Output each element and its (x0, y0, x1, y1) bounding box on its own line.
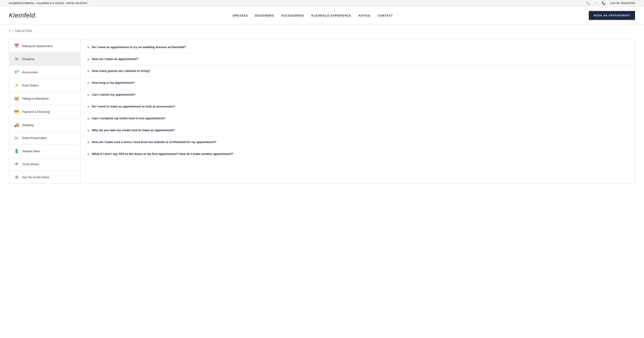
basket-icon: 🧺 (14, 96, 19, 101)
shopping-icon: 🛍 (14, 57, 19, 61)
sidebar-label-fittings: Fittings & Alterations (22, 97, 49, 100)
faq-plus-icon-8: ✦ (87, 129, 90, 133)
hotel-link[interactable]: HOTEL BLOCKS (66, 2, 87, 5)
faq-plus-icon-2: ✦ (87, 57, 90, 62)
nav-designers[interactable]: DESIGNERS (255, 14, 274, 17)
faq-text-2: How do I make an appointment? (92, 57, 138, 61)
faq-plus-icon-3: ✦ (87, 69, 90, 73)
sidebar-label-making-appointment: Making an Appointment (22, 44, 52, 48)
sidebar-item-fittings[interactable]: 🧺 Fittings & Alterations (9, 92, 80, 105)
faq-plus-icon-7: ✦ (87, 117, 90, 121)
sidebar-item-payment[interactable]: 💳 Payment & Financing (9, 105, 80, 118)
faq-plus-icon-6: ✦ (87, 105, 90, 109)
sidebar-item-shipping[interactable]: 🚚 Shipping (9, 118, 80, 132)
heart-icon[interactable]: ♡ (594, 1, 597, 5)
faq-text-7: Can I complete my entire look in one app… (92, 116, 165, 121)
sidebar-label-payment: Payment & Financing (22, 110, 50, 114)
book-appointment-button[interactable]: BOOK AN APPOINTMENT (589, 11, 635, 20)
phone-icon[interactable]: 📞 (602, 1, 606, 5)
lightning-icon: ⚡ (14, 83, 19, 88)
folder-icon: 🗂 (14, 136, 19, 140)
faq-item-6[interactable]: ✦ Do I need to make an appointment to lo… (80, 101, 635, 113)
top-bar: KLEINFELD BRIDAL / KLEINFELD X ZALES / H… (0, 0, 644, 7)
nav-experience[interactable]: KLEINFELD EXPERIENCE (312, 14, 351, 17)
sidebar-label-gown-preservation: Gown Preservation (22, 136, 47, 140)
login-link[interactable]: LOG IN / REGISTER (610, 2, 635, 5)
faq-text-6: Do I need to make an appointment to look… (92, 105, 175, 109)
faq-item-1[interactable]: ✦ Do I need an appointment to try on wed… (80, 42, 635, 54)
faq-panel: ✦ Do I need an appointment to try on wed… (80, 39, 635, 184)
diamond-icon: 💎 (14, 70, 19, 75)
dollar-icon: 💲 (14, 149, 19, 154)
search-icon[interactable]: 🔍 (586, 1, 590, 5)
brand-name: KLEINFELD BRIDAL (9, 2, 34, 5)
faq-plus-icon-10: ✦ (87, 152, 90, 156)
sidebar-label-say-yes: Say Yes to the Dress (22, 175, 49, 179)
faq-plus-icon-1: ✦ (87, 46, 90, 50)
faq-item-2[interactable]: ✦ How do I make an appointment? (80, 54, 635, 65)
faq-item-4[interactable]: ✦ How long is my appointment? (80, 77, 635, 89)
breadcrumb: ⌂ / Help & FAQs (0, 25, 644, 37)
main-content: 📅 Making an Appointment 🛍 Shopping 💎 Acc… (0, 37, 644, 197)
sidebar-label-sample-sales: Sample Sales (22, 150, 40, 153)
faq-text-1: Do I need an appointment to try on weddi… (92, 45, 186, 50)
breadcrumb-sep: / (12, 29, 14, 33)
sidebar: 📅 Making an Appointment 🛍 Shopping 💎 Acc… (9, 39, 80, 184)
sidebar-label-accessories: Accessories (22, 71, 38, 74)
faq-text-4: How long is my appointment? (92, 81, 135, 85)
breadcrumb-current: Help & FAQs (15, 29, 32, 33)
faq-item-8[interactable]: ✦ Why do you take my credit card to make… (80, 125, 635, 137)
faq-text-8: Why do you take my credit card to make a… (92, 128, 175, 133)
home-icon[interactable]: ⌂ (9, 29, 11, 33)
sidebar-item-sample-sales[interactable]: 💲 Sample Sales (9, 145, 80, 158)
sep2: / (65, 2, 66, 5)
faq-item-9[interactable]: ✦ How do I make sure a dress I love from… (80, 137, 635, 148)
faq-item-5[interactable]: ✦ Can I cancel my appointment? (80, 89, 635, 101)
sep1: / (35, 2, 36, 5)
sidebar-item-rush-orders[interactable]: ⚡ Rush Orders (9, 79, 80, 92)
eye-icon: 👁 (14, 162, 19, 167)
faq-text-10: What if I don't say YES to the dress at … (92, 152, 233, 156)
zales-link[interactable]: KLEINFELD X ZALES (37, 2, 64, 5)
monitor-icon: 🖥 (14, 175, 19, 180)
sidebar-label-shopping: Shopping (22, 57, 34, 61)
faq-plus-icon-5: ✦ (87, 93, 90, 97)
sidebar-item-accessories[interactable]: 💎 Accessories (9, 66, 80, 79)
top-bar-brand: KLEINFELD BRIDAL / KLEINFELD X ZALES / H… (9, 2, 87, 5)
nav-dresses[interactable]: DRESSES (233, 14, 248, 17)
sidebar-item-say-yes[interactable]: 🖥 Say Yes to the Dress (9, 171, 80, 184)
sidebar-item-gown-preservation[interactable]: 🗂 Gown Preservation (9, 132, 80, 145)
calendar-icon: 📅 (14, 44, 19, 48)
sidebar-item-trunk-shows[interactable]: 👁 Trunk Shows (9, 158, 80, 171)
sidebar-item-shopping[interactable]: 🛍 Shopping (9, 53, 80, 66)
nav-accessories[interactable]: ACCESSORIES (281, 14, 304, 17)
nav-advice[interactable]: ADVICE (358, 14, 370, 17)
sidebar-label-rush-orders: Rush Orders (22, 84, 39, 87)
faq-plus-icon-9: ✦ (87, 140, 90, 145)
nav-links: DRESSES DESIGNERS ACCESSORIES KLEINFELD … (233, 14, 393, 18)
faq-item-3[interactable]: ✦ How many guests am I allowed to bring? (80, 65, 635, 77)
sidebar-label-shipping: Shipping (22, 123, 34, 127)
faq-plus-icon-4: ✦ (87, 81, 90, 85)
faq-item-7[interactable]: ✦ Can I complete my entire look in one a… (80, 113, 635, 125)
sidebar-label-trunk-shows: Trunk Shows (22, 163, 39, 166)
faq-text-9: How do I make sure a dress I love from t… (92, 140, 216, 144)
sidebar-item-making-appointment[interactable]: 📅 Making an Appointment (9, 39, 80, 53)
nav-contact[interactable]: CONTACT (378, 14, 393, 17)
faq-text-5: Can I cancel my appointment? (92, 93, 136, 97)
faq-item-10[interactable]: ✦ What if I don't say YES to the dress a… (80, 148, 635, 160)
faq-text-3: How many guests am I allowed to bring? (92, 69, 150, 73)
top-bar-right: 🔍 ♡ 📞 LOG IN / REGISTER (586, 1, 635, 5)
logo[interactable]: Kleinfeld. (9, 12, 37, 19)
card-icon: 💳 (14, 109, 19, 114)
truck-icon: 🚚 (14, 122, 19, 127)
main-nav: Kleinfeld. DRESSES DESIGNERS ACCESSORIES… (0, 7, 644, 25)
